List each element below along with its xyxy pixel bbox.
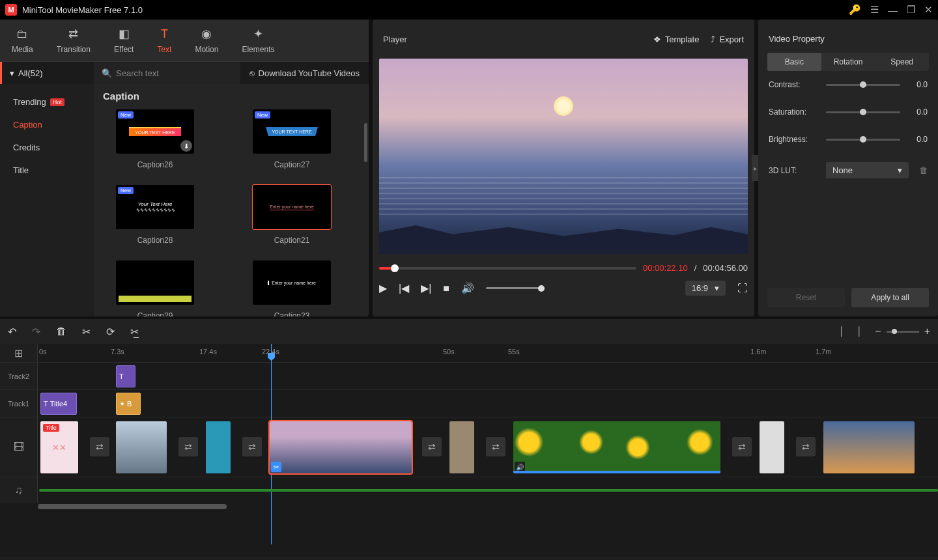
video-clip[interactable] bbox=[449, 421, 474, 473]
template-button[interactable]: ❖Template bbox=[653, 35, 700, 44]
zoom-in-icon[interactable]: + bbox=[924, 326, 930, 337]
library-panel: 🗀Media ⇄Transition ◧Effect TText ◉Motion… bbox=[0, 20, 369, 316]
key-icon[interactable]: 🔑 bbox=[849, 4, 861, 16]
cat-trending[interactable]: TrendingHot bbox=[0, 91, 94, 113]
tab-elements[interactable]: ✦Elements bbox=[230, 20, 286, 61]
scrub-knob[interactable] bbox=[391, 264, 399, 272]
collapse-icon[interactable]: ▸ bbox=[752, 155, 758, 181]
element-clip[interactable]: ✦B bbox=[116, 393, 141, 415]
export-button[interactable]: ⤴Export bbox=[711, 35, 744, 44]
template-card[interactable]: NewYOUR TEXT HERE⬇ Caption26 bbox=[103, 109, 207, 169]
scrollbar[interactable] bbox=[364, 123, 367, 162]
lut-select[interactable]: None▾ bbox=[826, 162, 909, 178]
template-card[interactable]: NewYOUR TEXT HERE Caption27 bbox=[240, 109, 344, 169]
apply-all-button[interactable]: Apply to all bbox=[851, 288, 929, 307]
add-track-icon[interactable]: ⊞ bbox=[0, 344, 38, 362]
time-current: 00:00:22.10 bbox=[643, 263, 688, 273]
track-2: Track2 T bbox=[0, 362, 938, 389]
template-card[interactable]: NewYour Text Here∿∿∿∿∿∿∿∿∿∿ Caption28 bbox=[103, 185, 207, 245]
fullscreen-icon[interactable]: ⛶ bbox=[737, 283, 748, 294]
tab-motion[interactable]: ◉Motion bbox=[183, 20, 230, 61]
download-youtube-button[interactable]: ⎋Download YouTube Videos bbox=[240, 62, 369, 84]
preview-content bbox=[554, 96, 573, 116]
transition-slot[interactable]: ⇄ bbox=[178, 437, 198, 456]
hscroll-thumb[interactable] bbox=[38, 504, 227, 509]
video-clip[interactable]: 🔊 bbox=[513, 421, 720, 473]
tab-media[interactable]: 🗀Media bbox=[0, 20, 45, 61]
track-2-body[interactable]: T bbox=[38, 363, 938, 389]
reset-button[interactable]: Reset bbox=[767, 288, 845, 307]
video-track-body[interactable]: Title✕✕ ⇄ ⇄ ⇄ ✂ ⇄ ⇄ 🔊 ⇄ ⇄ bbox=[38, 417, 938, 477]
text-clip[interactable]: T bbox=[116, 365, 135, 387]
tab-effect[interactable]: ◧Effect bbox=[102, 20, 145, 61]
brightness-slider[interactable] bbox=[826, 139, 900, 141]
aspect-select[interactable]: 16:9▾ bbox=[685, 281, 726, 296]
video-clip[interactable] bbox=[823, 421, 915, 473]
download-icon[interactable]: ⬇ bbox=[180, 140, 192, 152]
transition-slot[interactable]: ⇄ bbox=[796, 437, 816, 456]
video-clip[interactable]: Title✕✕ bbox=[40, 421, 78, 473]
volume-slider[interactable] bbox=[486, 287, 545, 289]
tab-text[interactable]: TText bbox=[145, 20, 183, 61]
volume-icon[interactable]: 🔊 bbox=[461, 282, 474, 294]
transition-slot[interactable]: ⇄ bbox=[732, 437, 752, 456]
play-icon[interactable]: ▶ bbox=[379, 282, 387, 294]
template-card[interactable]: Enter your name here Caption21 bbox=[240, 185, 344, 245]
title-badge: Title bbox=[43, 424, 59, 432]
effect-icon: ◧ bbox=[119, 27, 130, 41]
trash-icon[interactable]: 🗑 bbox=[919, 165, 928, 175]
cat-caption[interactable]: Caption bbox=[0, 113, 94, 136]
menu-icon[interactable]: ☰ bbox=[870, 4, 879, 16]
template-card[interactable]: Caption29 bbox=[103, 260, 207, 316]
prev-frame-icon[interactable]: |◀ bbox=[399, 282, 409, 294]
contrast-slider[interactable] bbox=[826, 84, 900, 86]
audio-track-body[interactable] bbox=[38, 477, 938, 503]
title-clip[interactable]: TTitle4 bbox=[40, 393, 77, 415]
template-card[interactable]: Enter your name here Caption23 bbox=[240, 260, 344, 316]
prop-3dlut: 3D LUT: None▾ 🗑 bbox=[758, 153, 938, 188]
cat-credits[interactable]: Credits bbox=[0, 136, 94, 159]
redo-icon[interactable]: ↷ bbox=[32, 326, 40, 338]
audio-track-icon: ♫ bbox=[0, 477, 38, 503]
search-input[interactable]: 🔍Search text bbox=[94, 62, 240, 84]
zoom-out-icon[interactable]: − bbox=[875, 326, 881, 337]
stop-icon[interactable]: ■ bbox=[443, 283, 449, 294]
cat-title[interactable]: Title bbox=[0, 159, 94, 182]
timeline-hscroll bbox=[0, 503, 938, 511]
crop-icon[interactable]: ✂̲ bbox=[130, 326, 139, 338]
time-ruler[interactable]: 0s 7.3s 17.4s 22.4s 50s 55s 1.6m 1.7m bbox=[38, 344, 938, 362]
elements-icon: ✦ bbox=[253, 27, 263, 41]
ptab-basic[interactable]: Basic bbox=[767, 53, 821, 71]
close-icon[interactable]: ✕ bbox=[924, 4, 933, 16]
filter-all[interactable]: ▾All(52) bbox=[0, 62, 94, 84]
player-controls: ▶ |◀ ▶| ■ 🔊 16:9▾ ⛶ bbox=[373, 277, 754, 302]
audio-clip[interactable] bbox=[39, 489, 938, 492]
video-clip[interactable] bbox=[206, 421, 231, 473]
transition-slot[interactable]: ⇄ bbox=[486, 437, 505, 456]
video-clip[interactable] bbox=[760, 421, 784, 473]
video-clip-selected[interactable]: ✂ bbox=[270, 421, 412, 473]
minimize-icon[interactable]: — bbox=[888, 5, 898, 16]
track-1-body[interactable]: TTitle4 ✦B bbox=[38, 390, 938, 417]
transition-slot[interactable]: ⇄ bbox=[422, 437, 442, 456]
hot-badge: Hot bbox=[50, 98, 64, 106]
maximize-icon[interactable]: ❐ bbox=[907, 4, 915, 16]
split-icon[interactable]: ✂ bbox=[82, 326, 91, 338]
undo-icon[interactable]: ↶ bbox=[8, 326, 16, 338]
saturation-slider[interactable] bbox=[826, 111, 900, 113]
ptab-speed[interactable]: Speed bbox=[875, 53, 929, 71]
cut-icon[interactable]: ✂ bbox=[271, 462, 281, 472]
transition-slot[interactable]: ⇄ bbox=[242, 437, 262, 456]
next-frame-icon[interactable]: ▶| bbox=[421, 282, 431, 294]
preview-viewport[interactable] bbox=[379, 59, 748, 254]
zoom-slider[interactable] bbox=[887, 331, 919, 333]
fit-icon[interactable]: ⎸⎹ bbox=[841, 326, 859, 337]
delete-icon[interactable]: 🗑 bbox=[56, 326, 66, 337]
text-icon: T bbox=[44, 400, 48, 408]
video-clip[interactable] bbox=[116, 421, 167, 473]
transition-slot[interactable]: ⇄ bbox=[90, 437, 109, 456]
ptab-rotation[interactable]: Rotation bbox=[821, 53, 875, 71]
scrub-track[interactable] bbox=[379, 267, 636, 270]
tab-transition[interactable]: ⇄Transition bbox=[45, 20, 102, 61]
speed-icon[interactable]: ⟳ bbox=[106, 326, 115, 338]
